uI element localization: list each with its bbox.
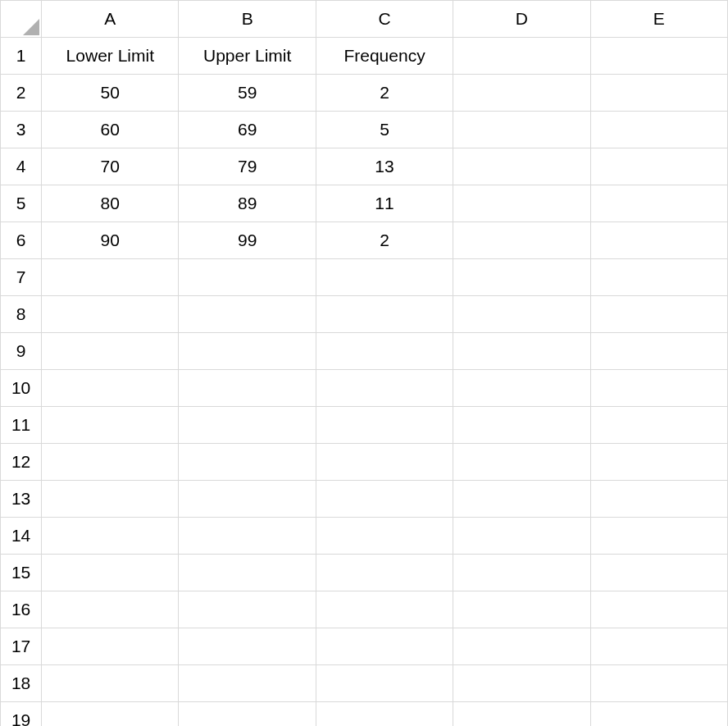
cell-C1[interactable]: Frequency: [316, 38, 453, 75]
cell-C3[interactable]: 5: [316, 112, 453, 148]
cell-C14[interactable]: [316, 518, 453, 555]
cell-C5[interactable]: 11: [316, 185, 453, 222]
cell-B9[interactable]: [179, 333, 316, 370]
cell-A18[interactable]: [42, 665, 179, 702]
cell-D14[interactable]: [453, 518, 590, 555]
cell-B10[interactable]: [179, 370, 316, 407]
row-header-13[interactable]: 13: [1, 481, 42, 518]
cell-E10[interactable]: [590, 370, 727, 407]
cell-E16[interactable]: [590, 591, 727, 628]
cell-A14[interactable]: [42, 518, 179, 555]
cell-D16[interactable]: [453, 591, 590, 628]
cell-C17[interactable]: [316, 628, 453, 665]
cell-A6[interactable]: 90: [42, 222, 179, 259]
cell-D18[interactable]: [453, 665, 590, 702]
cell-B19[interactable]: [179, 702, 316, 727]
cell-D17[interactable]: [453, 628, 590, 665]
cell-A10[interactable]: [42, 370, 179, 407]
cell-B15[interactable]: [179, 555, 316, 591]
cell-D10[interactable]: [453, 370, 590, 407]
cell-C7[interactable]: [316, 259, 453, 296]
cell-E4[interactable]: [590, 148, 727, 185]
row-header-15[interactable]: 15: [1, 555, 42, 591]
cell-A9[interactable]: [42, 333, 179, 370]
row-header-5[interactable]: 5: [1, 185, 42, 222]
cell-A5[interactable]: 80: [42, 185, 179, 222]
col-header-C[interactable]: C: [316, 1, 453, 38]
row-header-16[interactable]: 16: [1, 591, 42, 628]
cell-A7[interactable]: [42, 259, 179, 296]
cell-B12[interactable]: [179, 444, 316, 481]
col-header-A[interactable]: A: [42, 1, 179, 38]
cell-E13[interactable]: [590, 481, 727, 518]
cell-A8[interactable]: [42, 296, 179, 333]
row-header-17[interactable]: 17: [1, 628, 42, 665]
spreadsheet-grid[interactable]: A B C D E 1 Lower Limit Upper Limit Freq…: [0, 0, 728, 726]
cell-D19[interactable]: [453, 702, 590, 727]
cell-E1[interactable]: [590, 38, 727, 75]
cell-A16[interactable]: [42, 591, 179, 628]
cell-D1[interactable]: [453, 38, 590, 75]
cell-B18[interactable]: [179, 665, 316, 702]
row-header-18[interactable]: 18: [1, 665, 42, 702]
cell-B1[interactable]: Upper Limit: [179, 38, 316, 75]
cell-A1[interactable]: Lower Limit: [42, 38, 179, 75]
cell-C12[interactable]: [316, 444, 453, 481]
cell-D5[interactable]: [453, 185, 590, 222]
row-header-8[interactable]: 8: [1, 296, 42, 333]
cell-B3[interactable]: 69: [179, 112, 316, 148]
cell-D3[interactable]: [453, 112, 590, 148]
cell-E2[interactable]: [590, 75, 727, 112]
row-header-11[interactable]: 11: [1, 407, 42, 444]
cell-B4[interactable]: 79: [179, 148, 316, 185]
cell-D7[interactable]: [453, 259, 590, 296]
cell-C2[interactable]: 2: [316, 75, 453, 112]
col-header-E[interactable]: E: [590, 1, 727, 38]
cell-B2[interactable]: 59: [179, 75, 316, 112]
cell-D4[interactable]: [453, 148, 590, 185]
cell-C13[interactable]: [316, 481, 453, 518]
cell-E17[interactable]: [590, 628, 727, 665]
cell-E19[interactable]: [590, 702, 727, 727]
cell-C15[interactable]: [316, 555, 453, 591]
cell-B5[interactable]: 89: [179, 185, 316, 222]
cell-E6[interactable]: [590, 222, 727, 259]
cell-A2[interactable]: 50: [42, 75, 179, 112]
cell-D11[interactable]: [453, 407, 590, 444]
cell-E14[interactable]: [590, 518, 727, 555]
row-header-6[interactable]: 6: [1, 222, 42, 259]
row-header-9[interactable]: 9: [1, 333, 42, 370]
cell-B13[interactable]: [179, 481, 316, 518]
col-header-D[interactable]: D: [453, 1, 590, 38]
cell-E5[interactable]: [590, 185, 727, 222]
row-header-2[interactable]: 2: [1, 75, 42, 112]
cell-C10[interactable]: [316, 370, 453, 407]
cell-B14[interactable]: [179, 518, 316, 555]
cell-E18[interactable]: [590, 665, 727, 702]
cell-A11[interactable]: [42, 407, 179, 444]
cell-D9[interactable]: [453, 333, 590, 370]
cell-C18[interactable]: [316, 665, 453, 702]
cell-C6[interactable]: 2: [316, 222, 453, 259]
cell-E15[interactable]: [590, 555, 727, 591]
cell-E8[interactable]: [590, 296, 727, 333]
cell-E7[interactable]: [590, 259, 727, 296]
row-header-3[interactable]: 3: [1, 112, 42, 148]
row-header-14[interactable]: 14: [1, 518, 42, 555]
row-header-19[interactable]: 19: [1, 702, 42, 727]
select-all-corner[interactable]: [1, 1, 42, 38]
cell-C19[interactable]: [316, 702, 453, 727]
row-header-4[interactable]: 4: [1, 148, 42, 185]
row-header-7[interactable]: 7: [1, 259, 42, 296]
cell-D2[interactable]: [453, 75, 590, 112]
row-header-1[interactable]: 1: [1, 38, 42, 75]
cell-C16[interactable]: [316, 591, 453, 628]
cell-B11[interactable]: [179, 407, 316, 444]
cell-D6[interactable]: [453, 222, 590, 259]
cell-A3[interactable]: 60: [42, 112, 179, 148]
cell-A13[interactable]: [42, 481, 179, 518]
cell-D13[interactable]: [453, 481, 590, 518]
col-header-B[interactable]: B: [179, 1, 316, 38]
cell-A19[interactable]: [42, 702, 179, 727]
cell-C9[interactable]: [316, 333, 453, 370]
